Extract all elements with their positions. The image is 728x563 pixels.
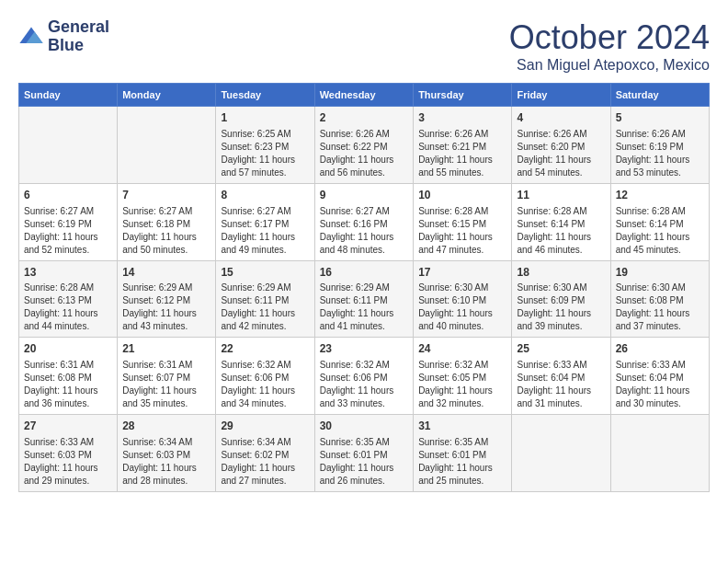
sunset-text: Sunset: 6:19 PM xyxy=(616,141,704,154)
day-number: 28 xyxy=(122,419,210,434)
sunset-text: Sunset: 6:07 PM xyxy=(122,372,210,385)
daylight-text: Daylight: 11 hours and 46 minutes. xyxy=(517,231,605,257)
calendar-cell: 2Sunrise: 6:26 AMSunset: 6:22 PMDaylight… xyxy=(314,107,413,184)
sunrise-text: Sunrise: 6:26 AM xyxy=(616,128,704,141)
week-row-1: 1Sunrise: 6:25 AMSunset: 6:23 PMDaylight… xyxy=(19,107,710,184)
day-header-wednesday: Wednesday xyxy=(314,84,413,107)
daylight-text: Daylight: 11 hours and 55 minutes. xyxy=(418,154,506,179)
day-number: 29 xyxy=(221,419,309,434)
title-block: October 2024 San Miguel Atepoxco, Mexico xyxy=(509,18,710,74)
day-number: 23 xyxy=(320,341,408,357)
day-number: 21 xyxy=(122,341,210,357)
calendar-cell: 26Sunrise: 6:33 AMSunset: 6:04 PMDayligh… xyxy=(610,338,709,415)
sunrise-text: Sunrise: 6:35 AM xyxy=(418,436,506,449)
sunrise-text: Sunrise: 6:28 AM xyxy=(418,205,506,218)
sunrise-text: Sunrise: 6:30 AM xyxy=(418,282,506,294)
sunrise-text: Sunrise: 6:34 AM xyxy=(122,436,210,449)
calendar-cell: 28Sunrise: 6:34 AMSunset: 6:03 PMDayligh… xyxy=(118,415,216,492)
sunset-text: Sunset: 6:05 PM xyxy=(418,372,506,385)
calendar-cell: 7Sunrise: 6:27 AMSunset: 6:18 PMDaylight… xyxy=(118,183,216,260)
calendar-cell: 15Sunrise: 6:29 AMSunset: 6:11 PMDayligh… xyxy=(216,260,314,338)
week-row-2: 6Sunrise: 6:27 AMSunset: 6:19 PMDaylight… xyxy=(19,183,710,260)
sunrise-text: Sunrise: 6:29 AM xyxy=(221,282,309,294)
logo: General Blue xyxy=(18,18,109,55)
sunset-text: Sunset: 6:01 PM xyxy=(418,449,506,462)
day-number: 25 xyxy=(517,341,605,357)
daylight-text: Daylight: 11 hours and 29 minutes. xyxy=(24,462,112,488)
sunrise-text: Sunrise: 6:33 AM xyxy=(517,359,605,372)
calendar-cell: 5Sunrise: 6:26 AMSunset: 6:19 PMDaylight… xyxy=(610,107,709,184)
sunrise-text: Sunrise: 6:27 AM xyxy=(122,205,210,218)
daylight-text: Daylight: 11 hours and 32 minutes. xyxy=(418,385,506,410)
daylight-text: Daylight: 11 hours and 26 minutes. xyxy=(320,462,408,488)
sunset-text: Sunset: 6:18 PM xyxy=(122,218,210,231)
sunset-text: Sunset: 6:06 PM xyxy=(221,372,309,385)
month-title: October 2024 xyxy=(509,18,710,57)
sunset-text: Sunset: 6:11 PM xyxy=(221,294,309,307)
calendar-cell: 18Sunrise: 6:30 AMSunset: 6:09 PMDayligh… xyxy=(512,260,610,338)
day-number: 12 xyxy=(616,188,704,203)
calendar-cell: 19Sunrise: 6:30 AMSunset: 6:08 PMDayligh… xyxy=(610,260,709,338)
sunrise-text: Sunrise: 6:32 AM xyxy=(320,359,408,372)
daylight-text: Daylight: 11 hours and 56 minutes. xyxy=(320,154,408,179)
sunset-text: Sunset: 6:17 PM xyxy=(221,218,309,231)
calendar-cell: 4Sunrise: 6:26 AMSunset: 6:20 PMDaylight… xyxy=(512,107,610,184)
sunset-text: Sunset: 6:22 PM xyxy=(320,141,408,154)
daylight-text: Daylight: 11 hours and 42 minutes. xyxy=(221,307,309,333)
sunrise-text: Sunrise: 6:28 AM xyxy=(517,205,605,218)
calendar-cell: 9Sunrise: 6:27 AMSunset: 6:16 PMDaylight… xyxy=(314,183,413,260)
daylight-text: Daylight: 11 hours and 30 minutes. xyxy=(616,385,704,410)
calendar-cell: 30Sunrise: 6:35 AMSunset: 6:01 PMDayligh… xyxy=(314,415,413,492)
day-number: 24 xyxy=(418,341,506,357)
sunset-text: Sunset: 6:23 PM xyxy=(221,141,309,154)
calendar-cell: 25Sunrise: 6:33 AMSunset: 6:04 PMDayligh… xyxy=(512,338,610,415)
sunset-text: Sunset: 6:16 PM xyxy=(320,218,408,231)
calendar-cell: 11Sunrise: 6:28 AMSunset: 6:14 PMDayligh… xyxy=(512,183,610,260)
logo-text: General Blue xyxy=(48,18,109,55)
sunset-text: Sunset: 6:20 PM xyxy=(517,141,605,154)
daylight-text: Daylight: 11 hours and 43 minutes. xyxy=(122,307,210,333)
day-header-sunday: Sunday xyxy=(19,84,118,107)
calendar-cell: 20Sunrise: 6:31 AMSunset: 6:08 PMDayligh… xyxy=(19,338,118,415)
sunset-text: Sunset: 6:21 PM xyxy=(418,141,506,154)
daylight-text: Daylight: 11 hours and 31 minutes. xyxy=(517,385,605,410)
calendar-cell: 16Sunrise: 6:29 AMSunset: 6:11 PMDayligh… xyxy=(314,260,413,338)
calendar-cell xyxy=(19,107,118,184)
daylight-text: Daylight: 11 hours and 36 minutes. xyxy=(24,385,112,410)
daylight-text: Daylight: 11 hours and 53 minutes. xyxy=(616,154,704,179)
sunrise-text: Sunrise: 6:27 AM xyxy=(221,205,309,218)
calendar-cell: 6Sunrise: 6:27 AMSunset: 6:19 PMDaylight… xyxy=(19,183,118,260)
sunrise-text: Sunrise: 6:33 AM xyxy=(616,359,704,372)
day-header-saturday: Saturday xyxy=(610,84,709,107)
sunset-text: Sunset: 6:13 PM xyxy=(24,294,112,307)
calendar-table: SundayMondayTuesdayWednesdayThursdayFrid… xyxy=(18,83,710,492)
sunset-text: Sunset: 6:04 PM xyxy=(616,372,704,385)
day-number: 11 xyxy=(517,188,605,203)
day-number: 5 xyxy=(616,110,704,126)
day-number: 22 xyxy=(221,341,309,357)
week-row-3: 13Sunrise: 6:28 AMSunset: 6:13 PMDayligh… xyxy=(19,260,710,338)
day-number: 31 xyxy=(418,419,506,434)
day-number: 3 xyxy=(418,110,506,126)
day-number: 10 xyxy=(418,188,506,203)
daylight-text: Daylight: 11 hours and 34 minutes. xyxy=(221,385,309,410)
calendar-cell xyxy=(610,415,709,492)
daylight-text: Daylight: 11 hours and 47 minutes. xyxy=(418,231,506,257)
daylight-text: Daylight: 11 hours and 48 minutes. xyxy=(320,231,408,257)
sunrise-text: Sunrise: 6:33 AM xyxy=(24,436,112,449)
sunrise-text: Sunrise: 6:31 AM xyxy=(122,359,210,372)
day-number: 9 xyxy=(320,188,408,203)
sunset-text: Sunset: 6:08 PM xyxy=(24,372,112,385)
calendar-cell xyxy=(512,415,610,492)
daylight-text: Daylight: 11 hours and 25 minutes. xyxy=(418,462,506,488)
page-header: General Blue October 2024 San Miguel Ate… xyxy=(18,18,710,74)
day-number: 30 xyxy=(320,419,408,434)
daylight-text: Daylight: 11 hours and 35 minutes. xyxy=(122,385,210,410)
calendar-cell: 22Sunrise: 6:32 AMSunset: 6:06 PMDayligh… xyxy=(216,338,314,415)
sunset-text: Sunset: 6:09 PM xyxy=(517,294,605,307)
sunset-text: Sunset: 6:12 PM xyxy=(122,294,210,307)
day-number: 18 xyxy=(517,265,605,281)
daylight-text: Daylight: 11 hours and 44 minutes. xyxy=(24,307,112,333)
day-header-thursday: Thursday xyxy=(414,84,512,107)
sunrise-text: Sunrise: 6:29 AM xyxy=(122,282,210,294)
